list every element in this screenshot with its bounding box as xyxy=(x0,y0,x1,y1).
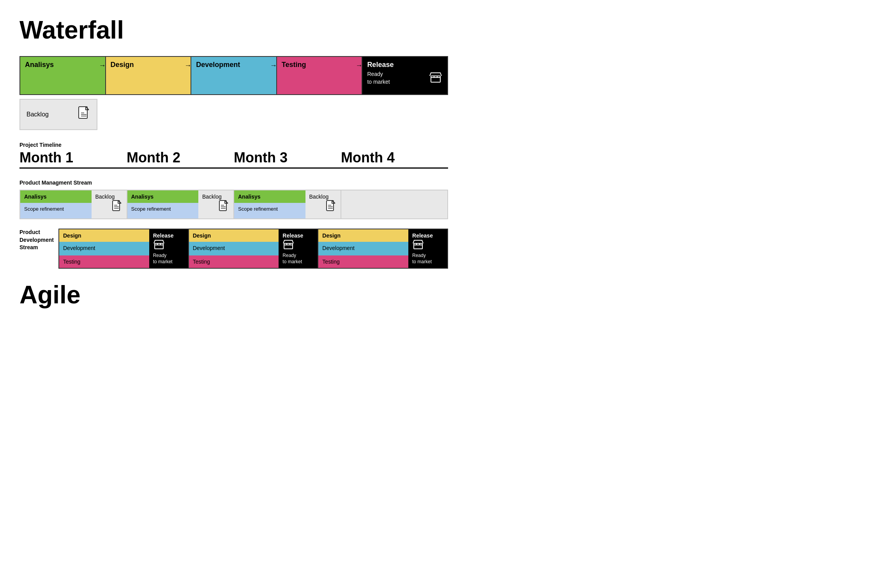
document-icon xyxy=(78,106,90,123)
analisys-label: Analisys xyxy=(25,61,54,69)
pm-backlog-1: Backlog xyxy=(95,194,123,200)
pm-group-4-empty xyxy=(341,190,448,218)
pm-group-3: Analisys Scope refinement Backlog xyxy=(234,190,341,218)
pm-right-2: Backlog xyxy=(198,190,233,218)
svg-rect-7 xyxy=(414,243,422,249)
pm-doc-icon-1 xyxy=(112,200,123,215)
testing-label: Testing xyxy=(282,61,306,69)
development-label: Development xyxy=(196,61,240,69)
pd-sprint-2: Design Development Testing Release Ready… xyxy=(189,229,319,268)
pd-development-2: Development xyxy=(189,242,279,255)
arrow-3: → xyxy=(270,62,277,70)
month-1: Month 1 xyxy=(19,150,127,166)
pm-backlog-3: Backlog xyxy=(309,194,337,200)
pd-design-3: Design xyxy=(318,229,408,242)
svg-rect-6 xyxy=(284,243,293,249)
timeline-months: Month 1 Month 2 Month 3 Month 4 xyxy=(19,150,448,166)
pm-stream-section: Product Managment Stream Analisys Scope … xyxy=(19,180,448,219)
pm-stream-grid: Analisys Scope refinement Backlog Analis… xyxy=(19,190,448,219)
pd-sprint-3: Design Development Testing Release Ready… xyxy=(318,229,447,268)
svg-rect-4 xyxy=(327,201,334,211)
pd-development-1: Development xyxy=(59,242,149,255)
pd-work-2: Design Development Testing xyxy=(189,229,279,268)
arrow-2: → xyxy=(184,62,191,70)
pd-box-icon-2 xyxy=(282,239,314,253)
pd-work-3: Design Development Testing xyxy=(318,229,408,268)
pd-development-3: Development xyxy=(318,242,408,255)
month-4: Month 4 xyxy=(341,150,448,166)
box-icon xyxy=(429,70,443,87)
pm-doc-icon-3 xyxy=(326,200,337,215)
agile-title: Agile xyxy=(19,280,448,309)
pm-scope-1: Scope refinement xyxy=(20,203,92,218)
month-2: Month 2 xyxy=(127,150,234,166)
pd-release-1: Release Readyto market xyxy=(149,229,188,268)
pd-box-icon-3 xyxy=(412,239,443,253)
pm-doc-icon-2 xyxy=(219,200,229,215)
pd-stream-label: ProductDevelopmentStream xyxy=(19,229,55,269)
pm-scope-3: Scope refinement xyxy=(234,203,305,218)
release-content: Readyto market xyxy=(367,70,443,87)
backlog-area: Backlog xyxy=(19,99,448,130)
pm-left-1: Analisys Scope refinement xyxy=(20,190,92,218)
month-3: Month 3 xyxy=(234,150,341,166)
pd-box-icon-1 xyxy=(153,239,184,253)
timeline-divider xyxy=(19,167,448,169)
pd-release-label-3: Release xyxy=(412,232,443,239)
waterfall-phase-bar: Analisys → Design → Development → Testin… xyxy=(19,56,448,95)
pd-ready-text-1: Readyto market xyxy=(153,253,184,265)
backlog-cell: Backlog xyxy=(19,99,97,130)
pm-right-3: Backlog xyxy=(305,190,341,218)
pd-design-2: Design xyxy=(189,229,279,242)
pm-analisys-2: Analisys xyxy=(127,190,199,203)
pd-work-1: Design Development Testing xyxy=(59,229,149,268)
pd-testing-2: Testing xyxy=(189,255,279,268)
release-label: Release xyxy=(367,61,394,69)
phase-analisys: Analisys → xyxy=(20,57,106,94)
design-label: Design xyxy=(111,61,134,69)
pm-stream-title: Product Managment Stream xyxy=(19,180,448,186)
pm-group-1: Analisys Scope refinement Backlog xyxy=(20,190,127,218)
svg-rect-2 xyxy=(113,201,120,211)
svg-rect-3 xyxy=(219,201,226,211)
phase-design: Design → xyxy=(106,57,192,94)
phase-testing: Testing → xyxy=(277,57,363,94)
pd-stream-section: ProductDevelopmentStream Design Developm… xyxy=(19,229,448,269)
pm-analisys-1: Analisys xyxy=(20,190,92,203)
pm-left-3: Analisys Scope refinement xyxy=(234,190,305,218)
pd-sprint-1: Design Development Testing Release Ready… xyxy=(59,229,189,268)
timeline-label: Project Timeline xyxy=(19,142,448,148)
pd-release-label-1: Release xyxy=(153,232,184,239)
arrow-4: → xyxy=(355,62,362,70)
pd-testing-3: Testing xyxy=(318,255,408,268)
pd-testing-1: Testing xyxy=(59,255,149,268)
pm-group-2: Analisys Scope refinement Backlog xyxy=(127,190,235,218)
backlog-label: Backlog xyxy=(26,111,49,118)
page-title: Waterfall xyxy=(19,16,448,44)
pd-design-1: Design xyxy=(59,229,149,242)
svg-rect-5 xyxy=(155,243,163,249)
pm-scope-2: Scope refinement xyxy=(127,203,199,218)
pd-grid: Design Development Testing Release Ready… xyxy=(58,229,448,269)
pm-analisys-3: Analisys xyxy=(234,190,305,203)
phase-development: Development → xyxy=(191,57,277,94)
pd-release-3: Release Readyto market xyxy=(408,229,447,268)
phase-release: Release Readyto market xyxy=(362,57,447,94)
pd-release-label-2: Release xyxy=(282,232,314,239)
pm-right-1: Backlog xyxy=(92,190,127,218)
timeline-section: Project Timeline Month 1 Month 2 Month 3… xyxy=(19,142,448,169)
pm-left-2: Analisys Scope refinement xyxy=(127,190,199,218)
svg-rect-0 xyxy=(431,76,440,82)
pm-backlog-2: Backlog xyxy=(202,194,229,200)
arrow-1: → xyxy=(99,62,106,70)
pd-release-2: Release Readyto market xyxy=(279,229,318,268)
release-ready-text: Readyto market xyxy=(367,70,390,86)
pd-ready-text-3: Readyto market xyxy=(412,253,443,265)
pd-ready-text-2: Readyto market xyxy=(282,253,314,265)
